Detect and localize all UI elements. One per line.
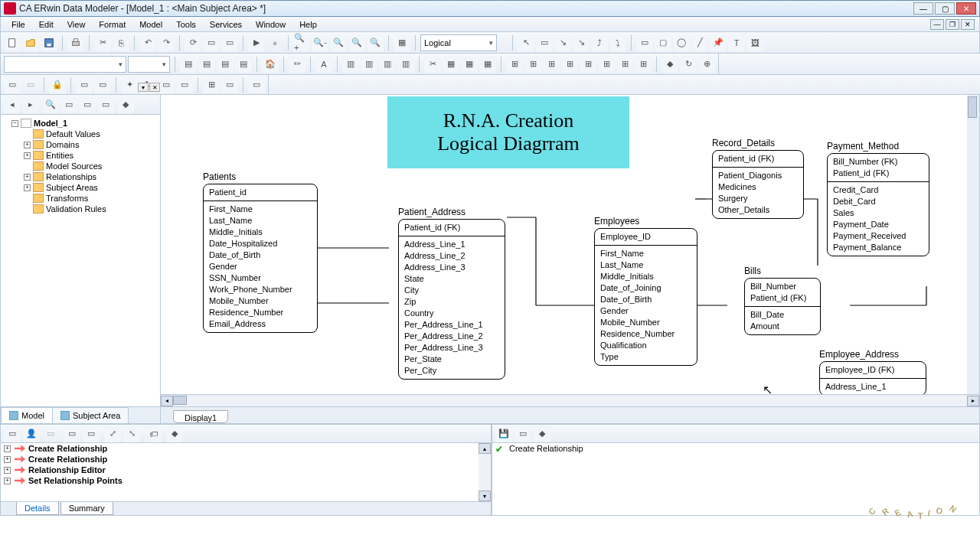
menu-tools[interactable]: Tools: [170, 18, 202, 31]
exp-btn-7[interactable]: ◆: [117, 96, 134, 113]
layout-btn-6[interactable]: ▦: [443, 56, 459, 73]
adv-btn-3[interactable]: ◆: [534, 425, 550, 442]
menu-file[interactable]: File: [5, 18, 31, 31]
entity-employee-address[interactable]: Employee_Address Employee_ID (FK) Addres…: [819, 349, 926, 394]
arrange-btn-8[interactable]: ⊞: [635, 56, 652, 73]
t3-btn-4[interactable]: ▭: [76, 77, 93, 93]
canvas-tab-display1[interactable]: Display1: [173, 410, 228, 423]
arrange-btn-9[interactable]: ◆: [662, 56, 678, 73]
minimize-button[interactable]: —: [913, 2, 933, 15]
entity-payment-method[interactable]: Payment_Method Bill_Number (FK)Patient_i…: [827, 141, 929, 256]
layout-btn-1[interactable]: ▥: [342, 56, 359, 73]
advisories-list[interactable]: ✔Create Relationship: [492, 443, 979, 515]
view-level-combo[interactable]: Logical: [420, 34, 497, 51]
layout-btn-5[interactable]: ✂: [424, 56, 441, 73]
t3-btn-1[interactable]: ▭: [4, 77, 21, 93]
al-btn-4[interactable]: ▭: [64, 425, 80, 442]
menu-model[interactable]: Model: [133, 18, 168, 31]
al-btn-2[interactable]: 👤: [23, 425, 40, 442]
zoom-out-button[interactable]: 🔍-: [312, 34, 328, 51]
font-combo[interactable]: [4, 56, 126, 73]
arrange-btn-7[interactable]: ⊞: [616, 56, 633, 73]
canvas-h-scrollbar[interactable]: ◂▸: [161, 394, 979, 406]
al-btn-7[interactable]: ⤡: [123, 425, 140, 442]
relation-tool-1[interactable]: ↘: [554, 34, 571, 51]
tree-subject-areas[interactable]: +Subject Areas: [2, 182, 158, 193]
menu-help[interactable]: Help: [293, 18, 323, 31]
tab-model[interactable]: Model: [1, 407, 53, 423]
arrange-btn-5[interactable]: ⊞: [580, 56, 596, 73]
tree-root[interactable]: − Model_1: [2, 118, 158, 129]
entity-record-details[interactable]: Record_Details Patient_id (FK) Patient_D…: [712, 138, 804, 219]
menu-view[interactable]: View: [61, 18, 92, 31]
exp-btn-6[interactable]: ▭: [97, 96, 114, 113]
layout-btn-7[interactable]: ▦: [461, 56, 478, 73]
advisory-row[interactable]: ✔Create Relationship: [492, 443, 979, 454]
tab-summary[interactable]: Summary: [60, 502, 113, 515]
entity-bills[interactable]: Bills Bill_NumberPatient_id (FK) Bill_Da…: [744, 266, 821, 335]
exp-btn-5[interactable]: ▭: [79, 96, 96, 113]
al-btn-8[interactable]: 🏷: [145, 425, 162, 442]
zoom-actual-button[interactable]: 🔍: [348, 34, 365, 51]
cut-button[interactable]: ✂: [94, 34, 111, 51]
panel-close-icon[interactable]: ✕: [149, 83, 160, 92]
undo-button[interactable]: ↶: [139, 34, 156, 51]
action-row[interactable]: +Create Relationship: [1, 454, 491, 465]
tree-relationships[interactable]: +Relationships: [2, 171, 158, 182]
tab-details[interactable]: Details: [16, 502, 59, 515]
zoom-in-button[interactable]: 🔍+: [293, 34, 310, 51]
display-button[interactable]: ▦: [394, 34, 410, 51]
al-btn-1[interactable]: ▭: [4, 425, 21, 442]
layout-btn-4[interactable]: ▥: [397, 56, 414, 73]
tab-subject-area[interactable]: Subject Area: [52, 407, 129, 423]
t3-btn-8[interactable]: ▭: [158, 77, 175, 93]
action-row[interactable]: +Create Relationship: [1, 443, 491, 454]
entity-employees[interactable]: Employees Employee_ID First_NameLast_Nam…: [594, 216, 697, 366]
arrange-btn-4[interactable]: ⊞: [561, 56, 578, 73]
align-right-button[interactable]: ▤: [217, 56, 234, 73]
model-tree[interactable]: − Model_1 Default Values +Domains +Entit…: [1, 115, 160, 406]
save-button[interactable]: [41, 34, 57, 51]
tree-default-values[interactable]: Default Values: [2, 129, 158, 139]
t3-btn-6[interactable]: ✦: [121, 77, 138, 93]
tree-validation-rules[interactable]: Validation Rules: [2, 204, 158, 214]
al-btn-6[interactable]: ⤢: [104, 425, 121, 442]
relation-tool-2[interactable]: ↘: [573, 34, 590, 51]
arrange-btn-3[interactable]: ⊞: [543, 56, 560, 73]
exp-btn-1[interactable]: ◂: [4, 96, 21, 113]
diagram-canvas[interactable]: R.N.A. CreationLogical Diagrram ↖ Patien…: [161, 95, 979, 394]
t3-btn-9[interactable]: ▭: [176, 77, 193, 93]
t3-btn-11[interactable]: ▭: [221, 77, 238, 93]
tree-transforms[interactable]: Transforms: [2, 193, 158, 204]
relation-tool-3[interactable]: ⤴: [591, 34, 608, 51]
font-color-button[interactable]: A: [315, 56, 332, 73]
shape-text[interactable]: T: [728, 34, 745, 51]
arrange-btn-1[interactable]: ⊞: [506, 56, 523, 73]
tree-model-sources[interactable]: Model Sources: [2, 161, 158, 171]
align-justify-button[interactable]: ▤: [235, 56, 252, 73]
arrange-btn-6[interactable]: ⊞: [598, 56, 615, 73]
redo-button[interactable]: ↷: [158, 34, 175, 51]
exp-btn-2[interactable]: ▸: [22, 96, 39, 113]
mdi-minimize-button[interactable]: —: [930, 19, 944, 30]
tree-domains[interactable]: +Domains: [2, 139, 158, 150]
arrange-btn-11[interactable]: ⊕: [698, 56, 715, 73]
exp-btn-3[interactable]: 🔍: [42, 96, 59, 113]
menu-edit[interactable]: Edit: [33, 18, 60, 31]
layout-btn-3[interactable]: ▥: [379, 56, 396, 73]
new-button[interactable]: [4, 34, 21, 51]
t3-btn-5[interactable]: ▭: [94, 77, 111, 93]
action-row[interactable]: +Set Relationship Points: [1, 475, 491, 486]
diagram-title-box[interactable]: R.N.A. CreationLogical Diagrram: [387, 96, 629, 168]
menu-services[interactable]: Services: [204, 18, 248, 31]
layout-btn-8[interactable]: ▦: [479, 56, 496, 73]
size-combo[interactable]: [128, 56, 170, 73]
zoom-region-button[interactable]: 🔍: [367, 34, 384, 51]
menu-window[interactable]: Window: [250, 18, 292, 31]
pointer-tool[interactable]: ↖: [518, 34, 534, 51]
open-button[interactable]: [22, 34, 39, 51]
stop-button[interactable]: ●: [266, 34, 283, 51]
tool-btn-a[interactable]: ▭: [203, 34, 220, 51]
fill-color-button[interactable]: 🏠: [262, 56, 279, 73]
shape-roundrect[interactable]: ▢: [655, 34, 671, 51]
